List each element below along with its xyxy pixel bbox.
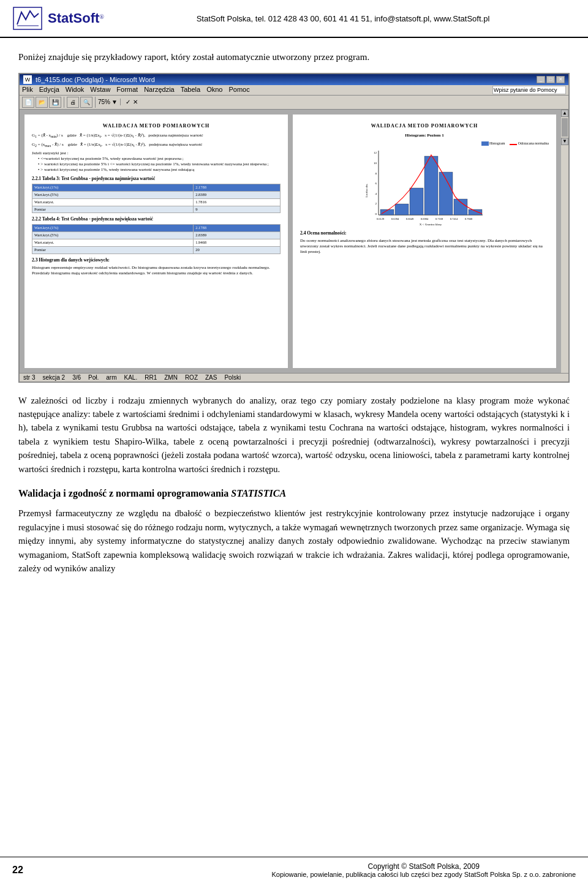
toolbar-close-icon[interactable]: ✕ (133, 99, 138, 105)
close-button[interactable]: ✕ (556, 76, 565, 83)
page-header: StatSoft® StatSoft Polska, tel. 012 428 … (0, 0, 588, 38)
word-toolbar: 📄 📂 💾 🖨 🔍 75% ▼ ✓ ✕ (20, 96, 568, 110)
status-roz: ROZ (185, 374, 198, 381)
status-pos: Poł. (88, 374, 99, 381)
svg-text:Liczba obs.: Liczba obs. (365, 183, 368, 197)
svg-text:0.7414: 0.7414 (450, 217, 458, 220)
formula-g2: G2 = (xmax - x̄) / s gdzie x̄ = (1/n)Σxi… (32, 142, 281, 149)
help-input[interactable] (492, 86, 566, 94)
zoom-label: 75% (98, 99, 110, 105)
svg-text:10: 10 (374, 162, 377, 165)
normalcy-text: Do oceny normalności analizowanego zbior… (300, 238, 549, 255)
footer-center: Copyright © StatSoft Polska, 2009 Kopiow… (271, 862, 576, 878)
svg-text:0.7169: 0.7169 (435, 217, 443, 220)
menu-pomoc[interactable]: Pomoc (228, 86, 249, 94)
word-title-left: W t6_4155.doc (Podgląd) - Microsoft Word (23, 75, 155, 84)
word-doc-area: WALIDACJA METOD POMIAROWYCH G1 = (x̄ - x… (20, 110, 561, 373)
word-app-icon: W (23, 75, 32, 84)
formula-g1: G1 = (x̄ - xmin) / s gdzie x̄ = (1/n)Σxi… (32, 133, 281, 140)
table4-title: 2.2.2 Tabela 4: Test Grubbsa - pojedyncz… (32, 216, 281, 222)
section-heading-italic: STATISTICA (231, 488, 286, 498)
doc-right-title: WALIDACJA METOD POMIAROWYCH (300, 123, 549, 130)
svg-rect-14 (410, 188, 423, 215)
svg-text:6: 6 (375, 182, 377, 185)
table3-title: 2.2.1 Tabela 3: Test Grubbsa - pojedyncz… (32, 176, 281, 182)
histogram-svg: 12 10 8 6 4 2 0 Liczba obs. (300, 148, 549, 227)
print-button[interactable]: 🖨 (67, 97, 79, 108)
word-page-right: WALIDACJA METOD POMIAROWYCH Histogram: P… (293, 115, 556, 368)
toolbar-file-group: 📄 📂 💾 (22, 97, 64, 108)
status-arm: arm (106, 374, 116, 381)
legend-curve-icon (510, 144, 517, 145)
doc-left-title: WALIDACJA METOD POMIAROWYCH (32, 123, 281, 130)
conditions-text: Jeżeli statystyki jest : • <=wartości kr… (32, 151, 281, 173)
menu-format[interactable]: Format (116, 86, 138, 94)
svg-text:12: 12 (374, 151, 377, 154)
scroll-down-button[interactable]: ▼ (561, 138, 568, 145)
status-kal: KAL. (124, 374, 138, 381)
svg-rect-17 (454, 199, 467, 215)
svg-rect-0 (13, 7, 42, 29)
svg-rect-15 (424, 156, 438, 215)
page-footer: 22 Copyright © StatSoft Polska, 2009 Kop… (0, 857, 588, 883)
help-search-input[interactable] (492, 86, 566, 94)
toolbar-print-group: 🖨 🔍 (67, 97, 96, 108)
logo-area: StatSoft® (12, 6, 110, 31)
word-title-text: t6_4155.doc (Podgląd) - Microsoft Word (36, 76, 155, 83)
word-menu-bar: Plik Edycja Widok Wstaw Format Narzędzia… (20, 85, 568, 96)
menu-tabela[interactable]: Tabela (181, 86, 200, 94)
vertical-scrollbar[interactable]: ▲ ▼ (561, 110, 568, 373)
histogram-chart-title: Histogram: Poziom 1 (300, 133, 549, 138)
menu-okno[interactable]: Okno (206, 86, 222, 94)
toolbar-zoom-group: 75% ▼ (98, 99, 121, 105)
footer-copyright: Copyright © StatSoft Polska, 2009 (271, 862, 576, 871)
zoom-dropdown-icon[interactable]: ▼ (111, 99, 118, 105)
status-page: str 3 (23, 374, 35, 381)
svg-text:0.7668: 0.7668 (465, 217, 473, 220)
status-pages: 3/6 (72, 374, 81, 381)
svg-text:0.6129: 0.6129 (377, 217, 385, 220)
svg-text:4: 4 (375, 192, 377, 195)
svg-rect-13 (395, 204, 409, 215)
preview-button[interactable]: 🔍 (80, 97, 92, 108)
word-doc-wrapper: WALIDACJA METOD POMIAROWYCH G1 = (x̄ - x… (20, 110, 568, 373)
svg-text:0.6649: 0.6649 (406, 217, 414, 220)
svg-text:2: 2 (375, 202, 377, 205)
section-heading: Walidacja i zgodność z normami oprogramo… (18, 488, 570, 499)
menu-edycja[interactable]: Edycja (39, 86, 59, 94)
menu-wstaw[interactable]: Wstaw (90, 86, 110, 94)
body-paragraph-2: Przemysł farmaceutyczny ze względu na db… (18, 506, 570, 575)
toolbar-checkmark[interactable]: ✓ (126, 99, 130, 105)
menu-plik[interactable]: Plik (22, 86, 33, 94)
menu-narzedzia[interactable]: Narzędzia (144, 86, 175, 94)
body-paragraph-1: W zależności od liczby i rodzaju zmienny… (18, 394, 570, 476)
intro-paragraph: Poniżej znajduje się przykładowy raport,… (18, 50, 570, 64)
histogram-chart: 12 10 8 6 4 2 0 Liczba obs. (300, 148, 549, 227)
table4: Wart.kryt.(1%)2.1788 Wart.kryt.(5%)2.838… (32, 224, 281, 254)
table3: Wart.kryt.(1%)2.1788 Wart.kryt.(5%)2.838… (32, 184, 281, 213)
scroll-up-button[interactable]: ▲ (561, 110, 568, 117)
svg-text:0.6394: 0.6394 (391, 217, 399, 220)
new-doc-button[interactable]: 📄 (22, 97, 34, 108)
scroll-thumb[interactable] (562, 118, 568, 137)
maximize-button[interactable]: □ (546, 76, 555, 83)
logo-text: StatSoft® (48, 10, 104, 26)
normalcy-section-title: 2.4 Ocena normalności: (300, 230, 549, 236)
save-button[interactable]: 💾 (49, 97, 61, 108)
status-section: sekcja 2 (42, 374, 65, 381)
word-window-controls[interactable]: _ □ ✕ (537, 76, 565, 83)
svg-text:8: 8 (375, 172, 377, 175)
status-zas: ZAS (205, 374, 217, 381)
svg-rect-18 (469, 209, 482, 215)
page-number: 22 (12, 865, 23, 876)
open-button[interactable]: 📂 (36, 97, 48, 108)
svg-text:0: 0 (375, 212, 377, 216)
menu-widok[interactable]: Widok (66, 86, 85, 94)
legend-bar-icon (481, 141, 489, 146)
main-content: Poniżej znajduje się przykładowy raport,… (0, 38, 588, 598)
status-zmn: ZMN (164, 374, 178, 381)
word-status-bar: str 3 sekcja 2 3/6 Poł. arm KAL. RR1 ZMN… (20, 373, 568, 381)
minimize-button[interactable]: _ (537, 76, 545, 83)
svg-text:X < Granica klasy: X < Granica klasy (420, 223, 442, 226)
status-rr1: RR1 (145, 374, 157, 381)
